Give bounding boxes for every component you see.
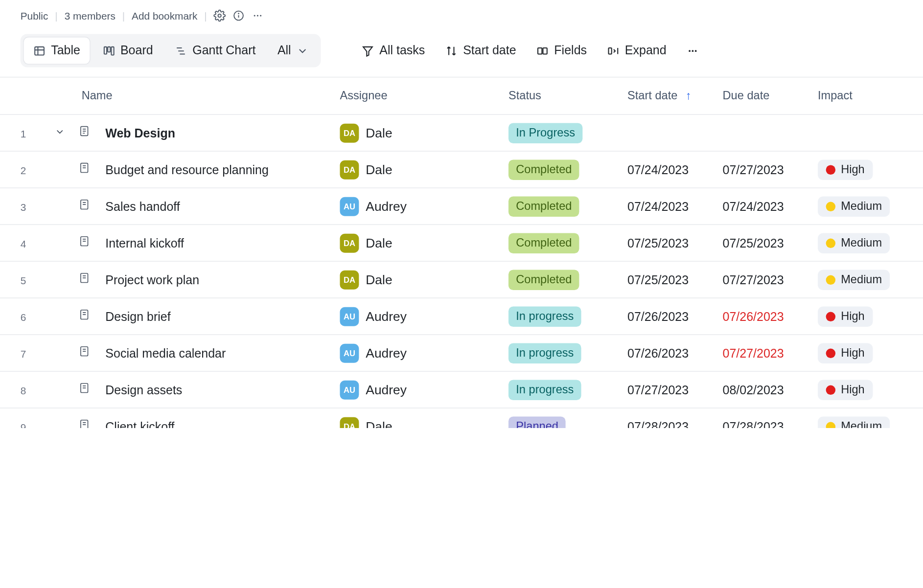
view-board[interactable]: Board bbox=[93, 37, 162, 64]
info-icon[interactable] bbox=[232, 9, 245, 22]
table-row[interactable]: 4 Internal kickoff DADale Completed 07/2… bbox=[0, 225, 923, 262]
sort-button[interactable]: Start date bbox=[438, 37, 523, 64]
status-badge[interactable]: Completed bbox=[508, 270, 579, 290]
assignee-cell[interactable]: DADale bbox=[340, 160, 508, 179]
filter-tasks-button[interactable]: All tasks bbox=[355, 37, 432, 64]
page-icon bbox=[78, 345, 102, 361]
column-impact[interactable]: Impact bbox=[818, 89, 923, 103]
avatar[interactable]: AU bbox=[340, 197, 359, 216]
impact-badge[interactable]: High bbox=[818, 306, 873, 327]
avatar[interactable]: AU bbox=[340, 380, 359, 399]
impact-dot-icon bbox=[826, 165, 835, 174]
task-name[interactable]: Social media calendar bbox=[105, 346, 226, 360]
view-gantt[interactable]: Gantt Chart bbox=[165, 37, 265, 64]
avatar[interactable]: DA bbox=[340, 270, 359, 289]
table-row[interactable]: 2 Budget and resource planning DADale Co… bbox=[0, 152, 923, 188]
avatar[interactable]: AU bbox=[340, 343, 359, 362]
avatar[interactable]: DA bbox=[340, 417, 359, 428]
status-badge[interactable]: Completed bbox=[508, 196, 579, 217]
view-table[interactable]: Table bbox=[23, 37, 91, 65]
assignee-name: Dale bbox=[366, 272, 392, 287]
start-date[interactable]: 07/26/2023 bbox=[627, 346, 689, 360]
add-bookmark-button[interactable]: Add bookmark bbox=[132, 10, 197, 22]
expand-button[interactable]: Expand bbox=[600, 37, 673, 64]
status-badge[interactable]: In progress bbox=[508, 343, 581, 363]
status-badge[interactable]: In Progress bbox=[508, 123, 582, 143]
impact-badge[interactable]: Medium bbox=[818, 270, 890, 290]
gear-icon[interactable] bbox=[214, 9, 226, 22]
start-date[interactable]: 07/24/2023 bbox=[627, 163, 689, 177]
impact-badge[interactable]: Medium bbox=[818, 233, 890, 253]
assignee-cell[interactable]: DADale bbox=[340, 123, 508, 142]
assignee-cell[interactable]: DADale bbox=[340, 417, 508, 428]
start-date[interactable]: 07/24/2023 bbox=[627, 200, 689, 213]
task-name[interactable]: Project work plan bbox=[105, 273, 199, 287]
avatar[interactable]: DA bbox=[340, 123, 359, 142]
visibility-label[interactable]: Public bbox=[21, 10, 48, 22]
svg-rect-7 bbox=[35, 46, 44, 55]
status-badge[interactable]: In progress bbox=[508, 380, 581, 400]
due-date[interactable]: 07/27/2023 bbox=[723, 273, 784, 287]
impact-label: High bbox=[841, 310, 865, 323]
avatar[interactable]: AU bbox=[340, 307, 359, 326]
task-name[interactable]: Sales handoff bbox=[105, 200, 180, 213]
due-date[interactable]: 07/27/2023 bbox=[723, 163, 784, 177]
task-name[interactable]: Web Design bbox=[105, 126, 175, 140]
table-row[interactable]: 6 Design brief AUAudrey In progress 07/2… bbox=[0, 298, 923, 335]
row-number: 8 bbox=[21, 384, 26, 396]
column-due-date[interactable]: Due date bbox=[723, 89, 818, 103]
column-name[interactable]: Name bbox=[21, 89, 340, 103]
fields-label: Fields bbox=[554, 44, 587, 58]
assignee-cell[interactable]: AUAudrey bbox=[340, 307, 508, 326]
start-date[interactable]: 07/25/2023 bbox=[627, 273, 689, 287]
table-row[interactable]: 1 Web Design DADale In Progress bbox=[0, 115, 923, 152]
view-filter-all[interactable]: All bbox=[268, 37, 318, 64]
start-date[interactable]: 07/25/2023 bbox=[627, 236, 689, 250]
start-date[interactable]: 07/26/2023 bbox=[627, 310, 689, 323]
expand-toggle[interactable] bbox=[54, 125, 78, 140]
status-badge[interactable]: Planned bbox=[508, 416, 566, 428]
status-badge[interactable]: Completed bbox=[508, 233, 579, 253]
toolbar-more-button[interactable] bbox=[680, 38, 706, 63]
status-badge[interactable]: In progress bbox=[508, 306, 581, 327]
impact-badge[interactable]: High bbox=[818, 343, 873, 363]
due-date[interactable]: 08/02/2023 bbox=[723, 383, 784, 397]
due-date[interactable]: 07/26/2023 bbox=[723, 310, 784, 323]
due-date[interactable]: 07/24/2023 bbox=[723, 200, 784, 213]
status-badge[interactable]: Completed bbox=[508, 159, 579, 180]
members-count[interactable]: 3 members bbox=[65, 10, 115, 22]
start-date[interactable]: 07/28/2023 bbox=[627, 420, 689, 428]
table-row[interactable]: 3 Sales handoff AUAudrey Completed 07/24… bbox=[0, 188, 923, 225]
impact-badge[interactable]: High bbox=[818, 380, 873, 400]
due-date[interactable]: 07/25/2023 bbox=[723, 236, 784, 250]
svg-point-3 bbox=[238, 13, 239, 14]
avatar[interactable]: DA bbox=[340, 160, 359, 179]
task-name[interactable]: Design brief bbox=[105, 310, 170, 323]
assignee-cell[interactable]: DADale bbox=[340, 270, 508, 289]
more-icon bbox=[687, 45, 699, 57]
table-row[interactable]: 8 Design assets AUAudrey In progress 07/… bbox=[0, 372, 923, 408]
assignee-cell[interactable]: AUAudrey bbox=[340, 380, 508, 399]
table-row[interactable]: 7 Social media calendar AUAudrey In prog… bbox=[0, 335, 923, 372]
column-status[interactable]: Status bbox=[508, 89, 627, 103]
task-name[interactable]: Design assets bbox=[105, 383, 182, 397]
due-date[interactable]: 07/27/2023 bbox=[723, 346, 784, 360]
column-start-date[interactable]: Start date ↑ bbox=[627, 89, 722, 103]
column-assignee[interactable]: Assignee bbox=[340, 89, 508, 103]
table-row[interactable]: 5 Project work plan DADale Completed 07/… bbox=[0, 262, 923, 298]
task-name[interactable]: Internal kickoff bbox=[105, 236, 184, 250]
task-name[interactable]: Budget and resource planning bbox=[105, 163, 269, 177]
impact-badge[interactable]: High bbox=[818, 159, 873, 180]
avatar[interactable]: DA bbox=[340, 233, 359, 252]
assignee-cell[interactable]: AUAudrey bbox=[340, 343, 508, 362]
impact-badge[interactable]: Medium bbox=[818, 196, 890, 217]
assignee-cell[interactable]: AUAudrey bbox=[340, 197, 508, 216]
task-name[interactable]: Client kickoff bbox=[105, 420, 174, 428]
impact-badge[interactable]: Medium bbox=[818, 416, 890, 428]
due-date[interactable]: 07/28/2023 bbox=[723, 420, 784, 428]
fields-button[interactable]: Fields bbox=[530, 37, 594, 64]
table-row[interactable]: 9 Client kickoff DADale Planned 07/28/20… bbox=[0, 408, 923, 428]
assignee-cell[interactable]: DADale bbox=[340, 233, 508, 252]
more-icon[interactable] bbox=[252, 9, 264, 22]
start-date[interactable]: 07/27/2023 bbox=[627, 383, 689, 397]
